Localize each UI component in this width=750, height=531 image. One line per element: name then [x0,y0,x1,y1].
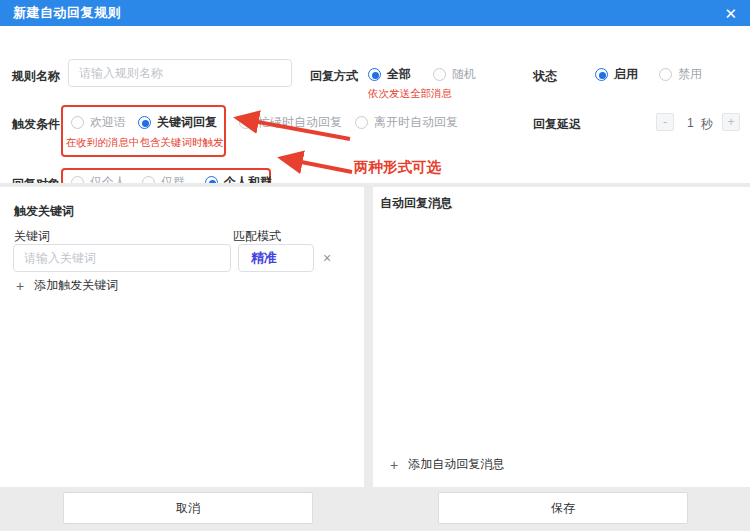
reply-mode-note: 依次发送全部消息 [368,87,452,101]
delay-unit: 秒 [701,116,713,133]
radio-trigger-away[interactable]: 离开时自动回复 [355,114,458,130]
match-mode-select[interactable]: 精准 [238,244,314,272]
radio-icon [433,68,446,81]
radio-icon [138,116,151,129]
remove-keyword-icon[interactable]: × [323,251,331,265]
radio-icon [239,116,252,129]
trigger-keywords-panel: 触发关键词 关键词 匹配模式 精准 × + 添加触发关键词 [0,187,364,487]
radio-reply-mode-random[interactable]: 随机 [433,66,476,82]
delay-plus-button[interactable]: + [722,113,740,131]
radio-icon [595,68,608,81]
status-label: 状态 [533,68,557,85]
radio-trigger-keyword[interactable]: 关键词回复 [138,114,217,130]
keywords-panel-title: 触发关键词 [14,203,74,220]
radio-label: 禁用 [678,66,702,83]
messages-panel-title: 自动回复消息 [380,195,452,212]
trigger-label: 触发条件 [12,116,60,133]
radio-status-disabled[interactable]: 禁用 [659,66,702,82]
plus-icon: + [390,457,398,473]
add-auto-reply-message-button[interactable]: + 添加自动回复消息 [390,456,504,473]
reply-mode-label: 回复方式 [310,68,358,85]
add-button-label: 添加自动回复消息 [408,456,504,473]
radio-reply-mode-all[interactable]: 全部 [368,66,411,82]
radio-label: 离开时自动回复 [374,114,458,131]
match-mode-label: 匹配模式 [233,228,281,245]
delay-minus-button[interactable]: - [656,113,674,131]
add-button-label: 添加触发关键词 [34,277,118,294]
dialog-title: 新建自动回复规则 [13,4,121,22]
rule-name-input[interactable] [68,59,292,87]
radio-trigger-busy[interactable]: 忙碌时自动回复 [239,114,342,130]
annotation-note-top: 两种形式可选 [354,158,441,177]
add-trigger-keyword-button[interactable]: + 添加触发关键词 [16,277,118,294]
radio-icon [71,116,84,129]
radio-label: 启用 [614,66,638,83]
radio-status-enabled[interactable]: 启用 [595,66,638,82]
auto-reply-rule-dialog: 新建自动回复规则 ✕ 规则名称 回复方式 全部 随机 依次发送全部消息 状态 启… [0,0,750,531]
keyword-input[interactable] [13,244,231,272]
radio-label: 随机 [452,66,476,83]
rule-name-label: 规则名称 [12,68,60,85]
radio-icon [659,68,672,81]
radio-trigger-welcome[interactable]: 欢迎语 [71,114,126,130]
radio-icon [355,116,368,129]
radio-label: 忙碌时自动回复 [258,114,342,131]
rule-form: 规则名称 回复方式 全部 随机 依次发送全部消息 状态 启用 禁用 触发条件 欢… [0,26,750,183]
radio-label: 关键词回复 [157,114,217,131]
plus-icon: + [16,278,24,294]
radio-label: 全部 [387,66,411,83]
close-icon[interactable]: ✕ [724,6,737,21]
reply-delay-label: 回复延迟 [533,116,581,133]
trigger-note: 在收到的消息中包含关键词时触发 [66,136,224,150]
auto-reply-messages-panel: 自动回复消息 + 添加自动回复消息 [373,187,750,487]
cancel-button[interactable]: 取消 [63,492,313,524]
delay-value: 1 [687,116,694,130]
radio-icon [368,68,381,81]
match-mode-value: 精准 [251,249,277,267]
keyword-label: 关键词 [14,228,50,245]
radio-label: 欢迎语 [90,114,126,131]
dialog-titlebar: 新建自动回复规则 ✕ [0,0,750,26]
save-button[interactable]: 保存 [438,492,688,524]
